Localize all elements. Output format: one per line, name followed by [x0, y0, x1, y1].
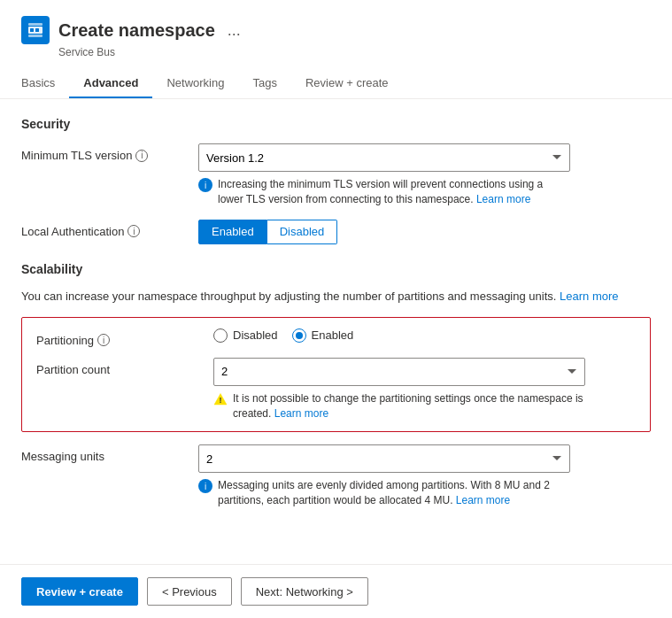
partition-count-control: 1 2 3 4 ! It is not possible to change [213, 358, 636, 421]
local-auth-toggle: Enabled Disabled [198, 220, 651, 244]
info-circle-icon: i [198, 178, 212, 192]
messaging-units-control: 1 2 4 8 i Messaging units are evenly div… [198, 444, 651, 508]
review-create-button[interactable]: Review + create [21, 577, 138, 606]
tls-info-text: Increasing the minimum TLS version will … [218, 177, 570, 207]
radio-disabled-circle [213, 328, 228, 343]
tls-info-message: i Increasing the minimum TLS version wil… [198, 177, 570, 207]
tls-field-row: Minimum TLS version i Version 1.0 Versio… [21, 143, 651, 207]
tab-review-create[interactable]: Review + create [291, 69, 403, 98]
tab-advanced[interactable]: Advanced [69, 69, 152, 98]
messaging-units-info-text: Messaging units are evenly divided among… [218, 478, 570, 508]
partition-count-field-row: Partition count 1 2 3 4 ! [36, 358, 636, 421]
messaging-units-select[interactable]: 1 2 4 8 [198, 444, 570, 473]
partitioning-radio-group: Disabled Enabled [213, 328, 636, 343]
messaging-units-label: Messaging units [21, 444, 198, 463]
svg-rect-2 [35, 28, 39, 32]
messaging-units-field-row: Messaging units 1 2 4 8 i Messaging unit… [21, 444, 651, 508]
partition-count-label: Partition count [36, 358, 213, 376]
partition-warn-learn-more-link[interactable]: Learn more [274, 407, 328, 420]
partitioning-disabled-option[interactable]: Disabled [213, 328, 278, 343]
local-auth-control: Enabled Disabled [198, 220, 651, 244]
tls-version-select[interactable]: Version 1.0 Version 1.1 Version 1.2 [198, 143, 570, 172]
svg-rect-1 [30, 28, 34, 32]
tls-label: Minimum TLS version i [21, 143, 198, 162]
partition-warning-text: It is not possible to change the partiti… [233, 391, 585, 421]
tls-control: Version 1.0 Version 1.1 Version 1.2 i In… [198, 143, 651, 207]
partitioning-info-icon[interactable]: i [97, 334, 110, 346]
partition-count-select[interactable]: 1 2 3 4 [213, 358, 585, 386]
security-section-title: Security [21, 117, 651, 131]
local-auth-field-row: Local Authentication i Enabled Disabled [21, 220, 651, 244]
radio-enabled-circle [292, 328, 306, 343]
tls-info-icon[interactable]: i [135, 150, 148, 162]
messaging-units-info-message: i Messaging units are evenly divided amo… [198, 478, 570, 508]
page-footer: Review + create < Previous Next: Network… [0, 564, 672, 618]
scalability-description: You can increase your namespace throughp… [21, 289, 651, 305]
partitioning-box: Partitioning i Disabled Enabled [21, 317, 651, 433]
main-content: Security Minimum TLS version i Version 1… [0, 99, 672, 564]
page-subtitle: Service Bus [58, 46, 651, 58]
partition-warning-message: ! It is not possible to change the parti… [213, 391, 585, 421]
service-bus-icon [21, 16, 50, 44]
previous-button[interactable]: < Previous [147, 577, 232, 606]
tab-basics[interactable]: Basics [21, 69, 69, 98]
page-title: Create namespace [58, 20, 215, 41]
svg-text:!: ! [220, 396, 222, 405]
partitioning-enabled-option[interactable]: Enabled [292, 328, 354, 343]
tab-bar: Basics Advanced Networking Tags Review +… [21, 69, 651, 98]
svg-rect-3 [28, 23, 42, 26]
scalability-section-title: Scalability [21, 262, 651, 276]
local-auth-info-icon[interactable]: i [127, 225, 140, 237]
toggle-disabled-btn[interactable]: Disabled [267, 220, 338, 244]
tab-networking[interactable]: Networking [152, 69, 238, 98]
messaging-info-circle-icon: i [198, 479, 212, 493]
page-header: Create namespace ... Service Bus Basics … [0, 0, 672, 99]
scalability-learn-more-link[interactable]: Learn more [560, 290, 618, 303]
next-button[interactable]: Next: Networking > [241, 577, 368, 606]
toggle-enabled-btn[interactable]: Enabled [198, 220, 267, 244]
warning-triangle-icon: ! [213, 392, 228, 406]
scalability-section: Scalability You can increase your namesp… [21, 262, 651, 508]
partitioning-control: Disabled Enabled [213, 328, 636, 343]
tls-learn-more-link[interactable]: Learn more [476, 193, 530, 205]
partitioning-label: Partitioning i [36, 328, 213, 347]
local-auth-label: Local Authentication i [21, 220, 198, 238]
svg-rect-4 [28, 35, 42, 37]
messaging-learn-more-link[interactable]: Learn more [456, 494, 510, 506]
more-options-icon[interactable]: ... [228, 21, 241, 40]
tab-tags[interactable]: Tags [238, 69, 290, 98]
partitioning-field-row: Partitioning i Disabled Enabled [36, 328, 636, 347]
